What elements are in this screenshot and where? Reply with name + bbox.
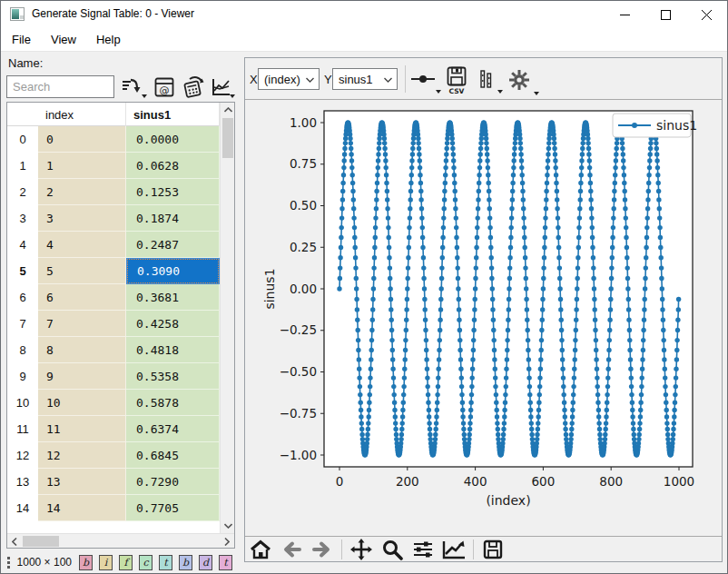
horizontal-scroll-thumb[interactable] [23,536,59,547]
row-header[interactable]: 13 [7,469,38,495]
viewer-window: Generate Signal Table: 0 - Viewer File V… [0,0,728,574]
plot-canvas[interactable]: 020040060080010001.000.750.500.250.00−0.… [245,101,722,535]
plot-settings-button[interactable] [507,64,539,95]
cell-sinus1[interactable]: 0.0000 [126,126,220,153]
type-badge-i: i [99,555,113,570]
plot-type-button[interactable] [208,74,235,100]
y-tick-label: 1.00 [290,115,317,130]
calculator-refresh-icon [182,75,206,99]
cell-sinus1-selected[interactable]: 0.3090 [126,258,220,284]
row-header[interactable]: 12 [7,442,38,469]
cell-sinus1[interactable]: 0.1253 [126,179,220,205]
search-input[interactable] [6,75,114,98]
back-button[interactable] [276,538,307,561]
subplots-button[interactable] [408,538,438,561]
cell-index[interactable]: 9 [38,363,126,390]
vertical-scrollbar[interactable] [220,103,234,533]
marker-style-icon [410,69,436,89]
y-axis-selector-label: Y [324,73,332,86]
cell-index[interactable]: 7 [38,311,126,337]
cell-index[interactable]: 1 [38,153,126,179]
row-header[interactable]: 14 [7,495,38,521]
plot-nav-toolbar [245,536,722,561]
column-header-sinus1[interactable]: sinus1 [126,103,220,126]
cell-sinus1[interactable]: 0.2487 [126,232,220,258]
x-tick-label: 600 [532,474,556,489]
scroll-down-icon[interactable] [221,519,235,533]
drag-handle-icon[interactable] [6,555,10,570]
scroll-right-icon[interactable] [220,534,234,549]
cell-index[interactable]: 8 [38,337,126,363]
calculator-refresh-button[interactable] [180,74,208,100]
cell-index[interactable]: 6 [38,284,126,311]
horizontal-scrollbar[interactable] [7,533,234,548]
menu-help[interactable]: Help [87,29,130,50]
row-header[interactable]: 8 [7,337,38,363]
customize-button[interactable] [438,538,469,561]
column-header-index[interactable]: index [38,103,126,126]
marker-style-button[interactable] [410,64,441,94]
close-button[interactable] [686,1,727,28]
table-row: 220.1253 [7,179,220,205]
y-axis-select[interactable]: sinus1 [332,68,398,90]
scroll-left-icon[interactable] [7,534,22,549]
menu-file[interactable]: File [3,29,40,50]
forward-button[interactable] [307,538,338,561]
row-header[interactable]: 7 [7,311,38,337]
title-bar[interactable]: Generate Signal Table: 0 - Viewer [1,1,727,28]
y-tick-label: 0.25 [290,240,317,254]
row-header[interactable]: 10 [7,390,38,416]
cell-index[interactable]: 3 [38,205,126,232]
svg-text:@: @ [160,84,170,96]
minimize-button[interactable] [605,1,645,28]
cell-sinus1[interactable]: 0.5358 [126,363,220,390]
cell-index[interactable]: 4 [38,232,126,258]
row-header[interactable]: 2 [7,179,38,205]
cell-sinus1[interactable]: 0.5878 [126,390,220,416]
cell-index[interactable]: 2 [38,179,126,205]
x-axis-select[interactable]: (index) [258,68,320,90]
type-badges: bifctbdt [79,555,239,570]
cell-index[interactable]: 5 [38,258,126,284]
y-axis-select-value: sinus1 [339,73,373,86]
cell-index[interactable]: 13 [38,469,126,495]
cell-sinus1[interactable]: 0.6845 [126,442,220,469]
y-tick-label: −0.75 [280,406,317,421]
cell-sinus1[interactable]: 0.4818 [126,337,220,363]
vertical-scroll-thumb[interactable] [222,118,233,158]
cell-index[interactable]: 11 [38,416,126,442]
cell-sinus1[interactable]: 0.1874 [126,205,220,232]
table-row: 13130.7290 [7,469,220,495]
scroll-up-icon[interactable] [221,103,235,117]
cell-sinus1[interactable]: 0.3681 [126,284,220,311]
row-header[interactable]: 4 [7,232,38,258]
row-header[interactable]: 9 [7,363,38,390]
type-badge-f: f [119,555,133,570]
table-address-button[interactable]: @ [151,74,178,100]
sort-filter-button[interactable] [117,74,148,100]
row-header[interactable]: 3 [7,205,38,232]
bin-settings-button[interactable] [477,64,501,94]
cell-sinus1[interactable]: 0.6374 [126,416,220,442]
cell-index[interactable]: 12 [38,442,126,469]
cell-index[interactable]: 14 [38,495,126,521]
home-button[interactable] [245,538,276,561]
row-header[interactable]: 1 [7,153,38,179]
save-button[interactable] [477,538,508,561]
row-header[interactable]: 5 [7,258,38,284]
row-header[interactable]: 6 [7,284,38,311]
menu-view[interactable]: View [42,29,85,50]
cell-sinus1[interactable]: 0.7290 [126,469,220,495]
row-header[interactable]: 11 [7,416,38,442]
cell-sinus1[interactable]: 0.7705 [126,495,220,521]
maximize-icon [661,10,671,20]
export-csv-button[interactable]: CSV [445,64,474,97]
zoom-button[interactable] [377,538,408,561]
maximize-button[interactable] [645,1,686,28]
row-header[interactable]: 0 [7,126,38,153]
cell-sinus1[interactable]: 0.0628 [126,153,220,179]
pan-button[interactable] [346,538,377,561]
cell-sinus1[interactable]: 0.4258 [126,311,220,337]
cell-index[interactable]: 0 [38,126,126,153]
cell-index[interactable]: 10 [38,390,126,416]
